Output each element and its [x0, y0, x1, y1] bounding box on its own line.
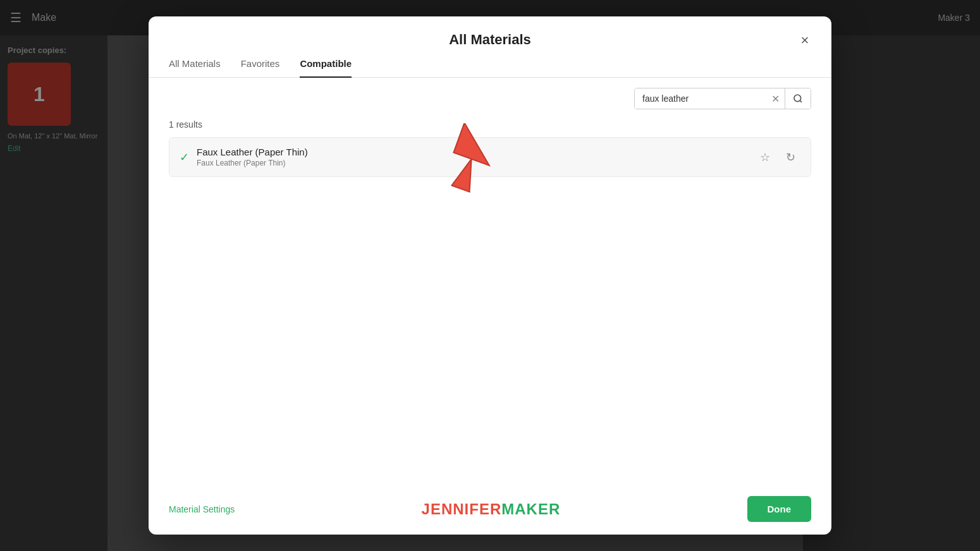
material-item-faux-leather[interactable]: ✓ Faux Leather (Paper Thin) Faux Leather… — [169, 138, 811, 176]
sync-button[interactable]: ↻ — [780, 147, 800, 167]
svg-line-1 — [800, 100, 802, 102]
search-row: ✕ — [149, 78, 831, 119]
selected-check-icon: ✓ — [180, 150, 189, 164]
modal-close-button[interactable]: × — [793, 29, 816, 52]
material-name: Faux Leather (Paper Thin) — [197, 147, 755, 157]
brand-logo: JENNIFERMAKER — [422, 500, 561, 518]
favorite-button[interactable]: ☆ — [755, 147, 775, 167]
modal-tabs: All Materials Favorites Compatible — [149, 48, 831, 78]
modal-header: All Materials × — [149, 16, 831, 48]
material-actions: ☆ ↻ — [755, 147, 800, 167]
done-button[interactable]: Done — [747, 496, 812, 522]
search-input[interactable] — [635, 88, 766, 109]
all-materials-modal: All Materials × All Materials Favorites … — [149, 16, 831, 535]
material-sub: Faux Leather (Paper Thin) — [197, 159, 755, 167]
brand-jennifer: JENNIFER — [422, 500, 502, 518]
search-wrapper: ✕ — [634, 88, 811, 109]
tab-favorites[interactable]: Favorites — [241, 58, 280, 78]
material-info: Faux Leather (Paper Thin) Faux Leather (… — [197, 147, 755, 167]
material-list: ✓ Faux Leather (Paper Thin) Faux Leather… — [169, 137, 811, 177]
svg-point-0 — [794, 95, 801, 102]
material-settings-link[interactable]: Material Settings — [169, 504, 235, 514]
brand-maker: MAKER — [501, 500, 560, 518]
modal-overlay: All Materials × All Materials Favorites … — [0, 0, 980, 551]
search-submit-button[interactable] — [785, 88, 811, 109]
results-count: 1 results — [169, 119, 811, 130]
search-clear-button[interactable]: ✕ — [766, 93, 785, 105]
tab-compatible[interactable]: Compatible — [300, 58, 352, 78]
modal-footer: Material Settings JENNIFERMAKER Done — [149, 483, 831, 535]
modal-title: All Materials — [449, 32, 531, 48]
tab-all-materials[interactable]: All Materials — [169, 58, 221, 78]
results-area: 1 results ✓ Faux Leather (Paper Thin) Fa… — [149, 119, 831, 483]
